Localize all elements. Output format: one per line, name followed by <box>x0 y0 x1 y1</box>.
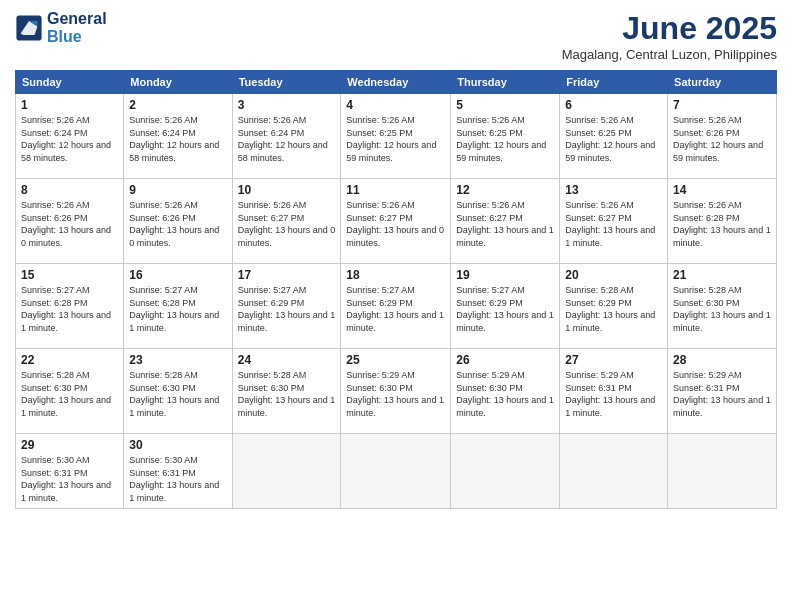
day-info: Sunrise: 5:26 AM Sunset: 6:24 PM Dayligh… <box>238 114 336 164</box>
day-number: 20 <box>565 268 662 282</box>
day-number: 4 <box>346 98 445 112</box>
day-number: 11 <box>346 183 445 197</box>
day-number: 25 <box>346 353 445 367</box>
table-row: 13 Sunrise: 5:26 AM Sunset: 6:27 PM Dayl… <box>560 179 668 264</box>
col-sunday: Sunday <box>16 71 124 94</box>
day-info: Sunrise: 5:28 AM Sunset: 6:29 PM Dayligh… <box>565 284 662 334</box>
day-info: Sunrise: 5:26 AM Sunset: 6:27 PM Dayligh… <box>456 199 554 249</box>
header: General Blue June 2025 Magalang, Central… <box>15 10 777 62</box>
table-row: 9 Sunrise: 5:26 AM Sunset: 6:26 PM Dayli… <box>124 179 232 264</box>
table-row: 1 Sunrise: 5:26 AM Sunset: 6:24 PM Dayli… <box>16 94 124 179</box>
logo: General Blue <box>15 10 107 45</box>
day-info: Sunrise: 5:30 AM Sunset: 6:31 PM Dayligh… <box>21 454 118 504</box>
day-number: 9 <box>129 183 226 197</box>
day-number: 28 <box>673 353 771 367</box>
day-info: Sunrise: 5:26 AM Sunset: 6:26 PM Dayligh… <box>673 114 771 164</box>
day-number: 12 <box>456 183 554 197</box>
day-info: Sunrise: 5:28 AM Sunset: 6:30 PM Dayligh… <box>21 369 118 419</box>
day-info: Sunrise: 5:26 AM Sunset: 6:24 PM Dayligh… <box>129 114 226 164</box>
day-info: Sunrise: 5:26 AM Sunset: 6:28 PM Dayligh… <box>673 199 771 249</box>
table-row <box>560 434 668 509</box>
day-number: 6 <box>565 98 662 112</box>
calendar-header-row: Sunday Monday Tuesday Wednesday Thursday… <box>16 71 777 94</box>
table-row: 16 Sunrise: 5:27 AM Sunset: 6:28 PM Dayl… <box>124 264 232 349</box>
day-info: Sunrise: 5:26 AM Sunset: 6:26 PM Dayligh… <box>21 199 118 249</box>
table-row: 20 Sunrise: 5:28 AM Sunset: 6:29 PM Dayl… <box>560 264 668 349</box>
month-title: June 2025 <box>562 10 777 47</box>
col-tuesday: Tuesday <box>232 71 341 94</box>
day-info: Sunrise: 5:27 AM Sunset: 6:28 PM Dayligh… <box>21 284 118 334</box>
table-row: 2 Sunrise: 5:26 AM Sunset: 6:24 PM Dayli… <box>124 94 232 179</box>
day-info: Sunrise: 5:26 AM Sunset: 6:24 PM Dayligh… <box>21 114 118 164</box>
table-row: 11 Sunrise: 5:26 AM Sunset: 6:27 PM Dayl… <box>341 179 451 264</box>
table-row: 30 Sunrise: 5:30 AM Sunset: 6:31 PM Dayl… <box>124 434 232 509</box>
day-info: Sunrise: 5:26 AM Sunset: 6:25 PM Dayligh… <box>456 114 554 164</box>
day-number: 10 <box>238 183 336 197</box>
day-number: 5 <box>456 98 554 112</box>
day-info: Sunrise: 5:27 AM Sunset: 6:29 PM Dayligh… <box>238 284 336 334</box>
col-wednesday: Wednesday <box>341 71 451 94</box>
day-number: 15 <box>21 268 118 282</box>
day-info: Sunrise: 5:26 AM Sunset: 6:27 PM Dayligh… <box>346 199 445 249</box>
table-row: 27 Sunrise: 5:29 AM Sunset: 6:31 PM Dayl… <box>560 349 668 434</box>
day-number: 22 <box>21 353 118 367</box>
col-saturday: Saturday <box>668 71 777 94</box>
day-info: Sunrise: 5:26 AM Sunset: 6:27 PM Dayligh… <box>238 199 336 249</box>
table-row: 14 Sunrise: 5:26 AM Sunset: 6:28 PM Dayl… <box>668 179 777 264</box>
day-info: Sunrise: 5:28 AM Sunset: 6:30 PM Dayligh… <box>129 369 226 419</box>
day-info: Sunrise: 5:29 AM Sunset: 6:30 PM Dayligh… <box>346 369 445 419</box>
table-row: 21 Sunrise: 5:28 AM Sunset: 6:30 PM Dayl… <box>668 264 777 349</box>
table-row: 24 Sunrise: 5:28 AM Sunset: 6:30 PM Dayl… <box>232 349 341 434</box>
table-row: 3 Sunrise: 5:26 AM Sunset: 6:24 PM Dayli… <box>232 94 341 179</box>
table-row <box>341 434 451 509</box>
table-row: 22 Sunrise: 5:28 AM Sunset: 6:30 PM Dayl… <box>16 349 124 434</box>
logo-text: General Blue <box>47 10 107 45</box>
table-row: 12 Sunrise: 5:26 AM Sunset: 6:27 PM Dayl… <box>451 179 560 264</box>
day-number: 16 <box>129 268 226 282</box>
day-number: 19 <box>456 268 554 282</box>
table-row: 7 Sunrise: 5:26 AM Sunset: 6:26 PM Dayli… <box>668 94 777 179</box>
day-info: Sunrise: 5:30 AM Sunset: 6:31 PM Dayligh… <box>129 454 226 504</box>
day-info: Sunrise: 5:26 AM Sunset: 6:26 PM Dayligh… <box>129 199 226 249</box>
table-row: 23 Sunrise: 5:28 AM Sunset: 6:30 PM Dayl… <box>124 349 232 434</box>
day-info: Sunrise: 5:29 AM Sunset: 6:31 PM Dayligh… <box>565 369 662 419</box>
day-number: 1 <box>21 98 118 112</box>
day-number: 8 <box>21 183 118 197</box>
day-number: 30 <box>129 438 226 452</box>
table-row <box>451 434 560 509</box>
day-number: 27 <box>565 353 662 367</box>
col-monday: Monday <box>124 71 232 94</box>
logo-blue: Blue <box>47 28 82 45</box>
day-info: Sunrise: 5:28 AM Sunset: 6:30 PM Dayligh… <box>238 369 336 419</box>
day-number: 17 <box>238 268 336 282</box>
day-info: Sunrise: 5:27 AM Sunset: 6:28 PM Dayligh… <box>129 284 226 334</box>
location: Magalang, Central Luzon, Philippines <box>562 47 777 62</box>
table-row: 15 Sunrise: 5:27 AM Sunset: 6:28 PM Dayl… <box>16 264 124 349</box>
day-info: Sunrise: 5:26 AM Sunset: 6:25 PM Dayligh… <box>565 114 662 164</box>
day-info: Sunrise: 5:26 AM Sunset: 6:25 PM Dayligh… <box>346 114 445 164</box>
col-friday: Friday <box>560 71 668 94</box>
day-info: Sunrise: 5:27 AM Sunset: 6:29 PM Dayligh… <box>456 284 554 334</box>
table-row: 6 Sunrise: 5:26 AM Sunset: 6:25 PM Dayli… <box>560 94 668 179</box>
title-section: June 2025 Magalang, Central Luzon, Phili… <box>562 10 777 62</box>
table-row: 4 Sunrise: 5:26 AM Sunset: 6:25 PM Dayli… <box>341 94 451 179</box>
day-info: Sunrise: 5:28 AM Sunset: 6:30 PM Dayligh… <box>673 284 771 334</box>
table-row: 5 Sunrise: 5:26 AM Sunset: 6:25 PM Dayli… <box>451 94 560 179</box>
table-row: 28 Sunrise: 5:29 AM Sunset: 6:31 PM Dayl… <box>668 349 777 434</box>
logo-icon <box>15 14 43 42</box>
table-row: 10 Sunrise: 5:26 AM Sunset: 6:27 PM Dayl… <box>232 179 341 264</box>
logo-general: General <box>47 10 107 27</box>
day-number: 3 <box>238 98 336 112</box>
day-info: Sunrise: 5:29 AM Sunset: 6:30 PM Dayligh… <box>456 369 554 419</box>
table-row <box>668 434 777 509</box>
day-info: Sunrise: 5:29 AM Sunset: 6:31 PM Dayligh… <box>673 369 771 419</box>
day-info: Sunrise: 5:27 AM Sunset: 6:29 PM Dayligh… <box>346 284 445 334</box>
table-row: 25 Sunrise: 5:29 AM Sunset: 6:30 PM Dayl… <box>341 349 451 434</box>
day-info: Sunrise: 5:26 AM Sunset: 6:27 PM Dayligh… <box>565 199 662 249</box>
day-number: 2 <box>129 98 226 112</box>
day-number: 7 <box>673 98 771 112</box>
col-thursday: Thursday <box>451 71 560 94</box>
table-row: 17 Sunrise: 5:27 AM Sunset: 6:29 PM Dayl… <box>232 264 341 349</box>
day-number: 23 <box>129 353 226 367</box>
table-row: 26 Sunrise: 5:29 AM Sunset: 6:30 PM Dayl… <box>451 349 560 434</box>
